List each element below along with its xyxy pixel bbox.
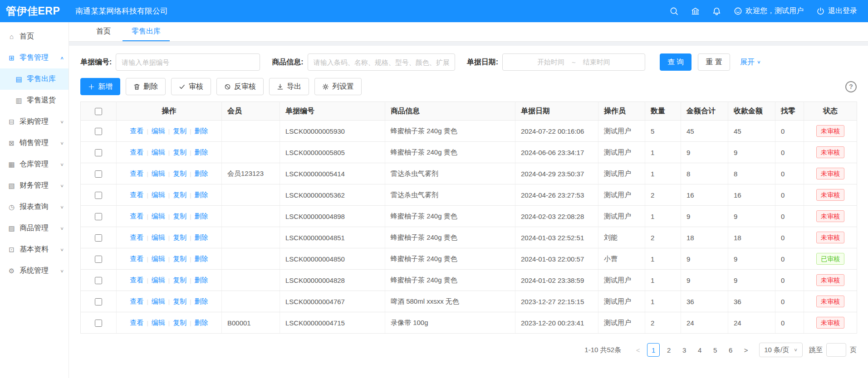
action-edit-link[interactable]: 编辑 bbox=[152, 297, 165, 305]
search-button[interactable]: 查 询 bbox=[660, 53, 691, 71]
action-delete-link[interactable]: 删除 bbox=[195, 212, 208, 220]
prev-page-button[interactable]: < bbox=[632, 343, 644, 357]
sidebar-item-retail-manage[interactable]: ⊞零售管理∧ bbox=[0, 47, 69, 68]
action-copy-link[interactable]: 复制 bbox=[173, 170, 186, 177]
search-icon[interactable] bbox=[670, 7, 678, 15]
action-edit-link[interactable]: 编辑 bbox=[152, 148, 165, 156]
action-edit-link[interactable]: 编辑 bbox=[152, 276, 165, 284]
row-checkbox[interactable] bbox=[95, 298, 102, 305]
action-view-link[interactable]: 查看 bbox=[130, 212, 143, 220]
next-page-button[interactable]: > bbox=[740, 343, 752, 357]
tab-home[interactable]: 首页 bbox=[87, 22, 120, 41]
column-settings-button[interactable]: 列设置 bbox=[314, 78, 362, 95]
action-edit-link[interactable]: 编辑 bbox=[152, 233, 165, 241]
action-view-link[interactable]: 查看 bbox=[130, 191, 143, 199]
action-copy-link[interactable]: 复制 bbox=[173, 191, 186, 199]
warehouse-icon: ▦ bbox=[8, 160, 15, 169]
action-view-link[interactable]: 查看 bbox=[130, 319, 143, 326]
sidebar-item-finance-manage[interactable]: ▧财务管理∨ bbox=[0, 175, 69, 196]
action-view-link[interactable]: 查看 bbox=[130, 255, 143, 262]
action-delete-link[interactable]: 删除 bbox=[195, 276, 208, 284]
sidebar-item-goods-manage[interactable]: ▨商品管理∨ bbox=[0, 218, 69, 239]
action-delete-link[interactable]: 删除 bbox=[195, 127, 208, 135]
action-copy-link[interactable]: 复制 bbox=[173, 319, 186, 326]
reset-button[interactable]: 重 置 bbox=[698, 53, 730, 71]
row-checkbox[interactable] bbox=[95, 213, 102, 220]
action-copy-link[interactable]: 复制 bbox=[173, 127, 186, 135]
page-button-2[interactable]: 2 bbox=[662, 343, 675, 357]
sidebar-item-home[interactable]: ⌂首页 bbox=[0, 26, 69, 47]
sidebar-item-system-manage[interactable]: ⚙系统管理∨ bbox=[0, 260, 69, 281]
end-date-placeholder: 结束时间 bbox=[583, 58, 610, 67]
page-button-1[interactable]: 1 bbox=[647, 343, 660, 357]
action-edit-link[interactable]: 编辑 bbox=[152, 212, 165, 220]
pagination-total: 1-10 共52条 bbox=[584, 346, 621, 354]
action-edit-link[interactable]: 编辑 bbox=[152, 127, 165, 135]
action-delete-link[interactable]: 删除 bbox=[195, 170, 208, 177]
action-delete-link[interactable]: 删除 bbox=[195, 319, 208, 326]
page-button-5[interactable]: 5 bbox=[709, 343, 721, 357]
row-checkbox[interactable] bbox=[95, 277, 102, 284]
row-checkbox[interactable] bbox=[95, 128, 102, 135]
table-header-row: 操作会员单据编号商品信息单据日期操作员数量金额合计收款金额找零状态 bbox=[81, 102, 857, 121]
sidebar-item-retail-outbound[interactable]: ▤零售出库 bbox=[0, 68, 69, 90]
action-delete-link[interactable]: 删除 bbox=[195, 191, 208, 199]
row-checkbox[interactable] bbox=[95, 234, 102, 242]
unaudit-button[interactable]: 反审核 bbox=[216, 78, 264, 95]
delete-button[interactable]: 删除 bbox=[126, 78, 166, 95]
jump-page-input[interactable] bbox=[826, 343, 846, 357]
sidebar-item-report-query[interactable]: ◷报表查询∨ bbox=[0, 196, 69, 218]
action-copy-link[interactable]: 复制 bbox=[173, 255, 186, 262]
audit-button[interactable]: 审核 bbox=[171, 78, 211, 95]
action-edit-link[interactable]: 编辑 bbox=[152, 255, 165, 262]
add-button[interactable]: 新增 bbox=[80, 78, 120, 95]
action-delete-link[interactable]: 删除 bbox=[195, 148, 208, 156]
action-copy-link[interactable]: 复制 bbox=[173, 212, 186, 220]
action-view-link[interactable]: 查看 bbox=[130, 233, 143, 241]
action-view-link[interactable]: 查看 bbox=[130, 127, 143, 135]
sidebar-item-retail-return[interactable]: ▥零售退货 bbox=[0, 90, 69, 111]
action-view-link[interactable]: 查看 bbox=[130, 276, 143, 284]
page-button-3[interactable]: 3 bbox=[678, 343, 691, 357]
action-copy-link[interactable]: 复制 bbox=[173, 276, 186, 284]
bank-icon[interactable] bbox=[691, 7, 700, 15]
action-view-link[interactable]: 查看 bbox=[130, 297, 143, 305]
goods-input[interactable] bbox=[308, 53, 455, 71]
action-view-link[interactable]: 查看 bbox=[130, 148, 143, 156]
sidebar-item-sales-manage[interactable]: ⊠销售管理∨ bbox=[0, 132, 69, 154]
page-button-6[interactable]: 6 bbox=[724, 343, 737, 357]
action-copy-link[interactable]: 复制 bbox=[173, 233, 186, 241]
tab-retail-outbound[interactable]: 零售出库 bbox=[123, 22, 170, 41]
action-copy-link[interactable]: 复制 bbox=[173, 148, 186, 156]
row-checkbox[interactable] bbox=[95, 192, 102, 199]
sidebar-item-base-data[interactable]: ⊡基本资料∨ bbox=[0, 239, 69, 260]
cell-change: 0 bbox=[775, 248, 804, 270]
logout-button[interactable]: 退出登录 bbox=[816, 6, 857, 16]
page-size-select[interactable]: 10 条/页 ∨ bbox=[759, 343, 803, 357]
sidebar-item-purchase-manage[interactable]: ⊟采购管理∨ bbox=[0, 111, 69, 132]
row-checkbox[interactable] bbox=[95, 320, 102, 327]
select-all-checkbox[interactable] bbox=[95, 108, 102, 115]
row-checkbox[interactable] bbox=[95, 170, 102, 178]
cell-operator: 测试用户 bbox=[598, 312, 645, 334]
sidebar-item-warehouse-manage[interactable]: ▦仓库管理∨ bbox=[0, 154, 69, 175]
export-button[interactable]: 导出 bbox=[269, 78, 309, 95]
action-delete-link[interactable]: 删除 bbox=[195, 255, 208, 262]
bill-no-input[interactable] bbox=[116, 53, 260, 71]
page-button-4[interactable]: 4 bbox=[693, 343, 706, 357]
action-edit-link[interactable]: 编辑 bbox=[152, 170, 165, 177]
date-range-input[interactable]: 开始时间 ~ 结束时间 bbox=[502, 53, 645, 71]
row-checkbox[interactable] bbox=[95, 256, 102, 263]
bell-icon[interactable] bbox=[712, 7, 721, 15]
expand-link[interactable]: 展开 ∨ bbox=[740, 58, 761, 67]
action-delete-link[interactable]: 删除 bbox=[195, 297, 208, 305]
action-edit-link[interactable]: 编辑 bbox=[152, 319, 165, 326]
row-checkbox[interactable] bbox=[95, 149, 102, 156]
help-icon[interactable]: ? bbox=[845, 81, 857, 92]
action-copy-link[interactable]: 复制 bbox=[173, 297, 186, 305]
action-delete-link[interactable]: 删除 bbox=[195, 233, 208, 241]
welcome-user[interactable]: 欢迎您，测试用户 bbox=[734, 6, 804, 16]
action-edit-link[interactable]: 编辑 bbox=[152, 191, 165, 199]
action-view-link[interactable]: 查看 bbox=[130, 170, 143, 177]
action-divider: | bbox=[190, 149, 191, 156]
